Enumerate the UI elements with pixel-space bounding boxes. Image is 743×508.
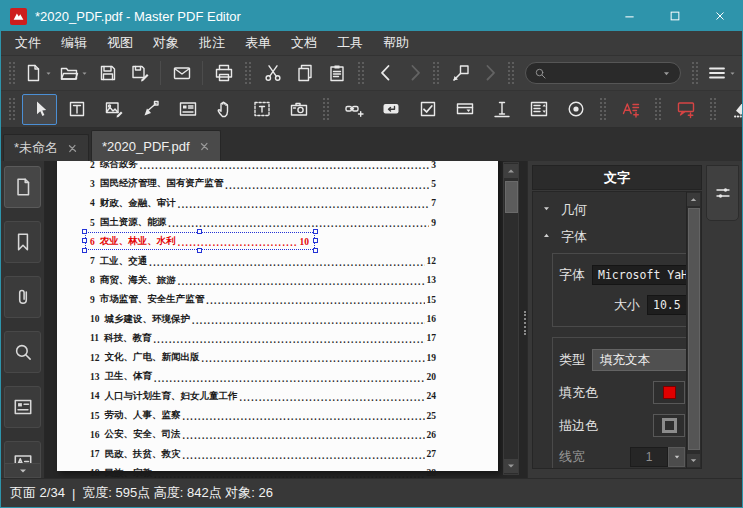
paste-button[interactable] xyxy=(321,59,352,87)
sidebar-scroll-down-button[interactable] xyxy=(4,463,41,478)
stroke-color-button[interactable] xyxy=(653,414,685,437)
sidebar-bookmarks-button[interactable] xyxy=(4,221,41,263)
link-tool-button[interactable] xyxy=(336,94,371,125)
scrollbar-thumb[interactable] xyxy=(688,208,700,450)
menu-edit[interactable]: 编辑 xyxy=(51,31,97,55)
toolbar-grip[interactable] xyxy=(9,62,15,84)
forward-button[interactable] xyxy=(477,59,502,87)
panel-splitter-handle[interactable] xyxy=(524,311,526,335)
enter-key-button[interactable] xyxy=(373,94,408,125)
toc-row[interactable]: 16公安、安全、司法26 xyxy=(90,425,436,444)
toc-row[interactable]: 6农业、林业、水利10 xyxy=(90,232,309,251)
dropdown-icon[interactable] xyxy=(44,69,53,78)
sidebar-attachments-button[interactable] xyxy=(4,276,41,318)
dropdown-icon[interactable] xyxy=(80,69,89,78)
toolbar-grip[interactable] xyxy=(323,98,329,120)
tab-untitled[interactable]: *未命名 xyxy=(3,134,89,161)
section-font[interactable]: 字体 xyxy=(539,223,701,250)
forward-button[interactable] xyxy=(402,59,427,87)
toc-row[interactable]: 17民政、扶贫、救灾27 xyxy=(90,444,436,463)
sidebar-page-thumbnails-button[interactable] xyxy=(4,166,41,208)
sidebar-form-fields-button[interactable] xyxy=(4,386,41,428)
new-document-button[interactable] xyxy=(21,59,56,87)
toc-row[interactable]: 14人口与计划生育、妇女儿童工作24 xyxy=(90,387,436,406)
toc-row[interactable]: 8商贸、海关、旅游13 xyxy=(90,271,436,290)
hand-tool-button[interactable] xyxy=(207,94,242,125)
select-tool-button[interactable] xyxy=(22,94,57,125)
scroll-up-icon[interactable] xyxy=(504,164,518,178)
tab-close-icon[interactable] xyxy=(199,141,210,152)
toc-row[interactable]: 7工业、交通12 xyxy=(90,251,436,270)
listbox-field-button[interactable] xyxy=(521,94,556,125)
toc-row[interactable]: 5国土资源、能源9 xyxy=(90,213,436,232)
tab-2020-pdf[interactable]: *2020_PDF.pdf xyxy=(91,130,220,161)
selection-box[interactable] xyxy=(85,232,315,250)
checkbox-field-button[interactable] xyxy=(410,94,445,125)
sticky-note-button[interactable] xyxy=(668,94,703,125)
eraser-button[interactable] xyxy=(723,94,743,125)
tab-close-icon[interactable] xyxy=(67,143,78,154)
combobox-field-button[interactable] xyxy=(447,94,482,125)
toc-row[interactable]: 3国民经济管理、国有资产监管5 xyxy=(90,174,436,193)
selection-handle[interactable] xyxy=(313,229,318,234)
fill-color-button[interactable] xyxy=(653,381,685,404)
type-dropdown[interactable]: 填充文本 xyxy=(592,349,695,371)
email-button[interactable] xyxy=(166,59,197,87)
save-button[interactable] xyxy=(92,59,123,87)
dropdown-icon[interactable] xyxy=(728,69,737,78)
print-button[interactable] xyxy=(208,59,239,87)
edit-path-button[interactable] xyxy=(133,94,168,125)
scroll-up-icon[interactable] xyxy=(687,193,700,206)
copy-button[interactable] xyxy=(289,59,320,87)
selection-handle[interactable] xyxy=(197,229,202,234)
menu-view[interactable]: 视图 xyxy=(97,31,143,55)
toolbar-grip[interactable] xyxy=(358,62,364,84)
minimize-button[interactable] xyxy=(607,1,652,31)
sidebar-search-button[interactable] xyxy=(4,331,41,373)
text-field-button[interactable] xyxy=(484,94,519,125)
search-input[interactable] xyxy=(552,65,656,81)
toolbar-grip[interactable] xyxy=(9,98,15,120)
toolbar-grip[interactable] xyxy=(600,98,606,120)
selection-handle[interactable] xyxy=(82,248,87,253)
toolbar-grip[interactable] xyxy=(245,62,251,84)
panel-scrollbar[interactable] xyxy=(686,192,701,468)
toc-row[interactable]: 12文化、广电、新闻出版19 xyxy=(90,348,436,367)
search-box[interactable] xyxy=(525,62,681,84)
edit-forms-button[interactable] xyxy=(170,94,205,125)
pdf-page[interactable]: 2综合政务33国民经济管理、国有资产监管54财政、金融、审计75国土资源、能源9… xyxy=(57,161,498,471)
toolbar-grip[interactable] xyxy=(508,62,514,84)
main-menu-button[interactable] xyxy=(704,59,739,87)
edit-image-button[interactable] xyxy=(96,94,131,125)
select-text-area-button[interactable] xyxy=(244,94,279,125)
toolbar-grip[interactable] xyxy=(433,62,439,84)
back-button[interactable] xyxy=(370,59,401,87)
toc-row[interactable]: 11科技、教育17 xyxy=(90,329,436,348)
scrollbar-thumb[interactable] xyxy=(505,181,518,213)
font-name-input[interactable]: Microsoft YaHei xyxy=(592,265,695,285)
menu-file[interactable]: 文件 xyxy=(5,31,51,55)
cut-button[interactable] xyxy=(257,59,288,87)
toc-row[interactable]: 18民族、宗教28 xyxy=(90,464,436,478)
radio-field-button[interactable] xyxy=(558,94,593,125)
menu-object[interactable]: 对象 xyxy=(143,31,189,55)
toc-row[interactable]: 9市场监管、安全生产监管15 xyxy=(90,290,436,309)
close-button[interactable] xyxy=(697,1,742,31)
toolbar-grip[interactable] xyxy=(655,98,661,120)
toc-row[interactable]: 15劳动、人事、监察25 xyxy=(90,406,436,425)
toolbar-grip[interactable] xyxy=(710,98,716,120)
menu-document[interactable]: 文档 xyxy=(281,31,327,55)
snapshot-button[interactable] xyxy=(281,94,316,125)
toc-row[interactable]: 2综合政务3 xyxy=(90,161,436,174)
toc-row[interactable]: 13卫生、体育20 xyxy=(90,367,436,386)
save-as-button[interactable] xyxy=(124,59,155,87)
fit-visible-button[interactable] xyxy=(445,59,476,87)
toc-row[interactable]: 4财政、金融、审计7 xyxy=(90,194,436,213)
dropdown-icon[interactable] xyxy=(661,68,672,79)
toolbar-grip[interactable] xyxy=(692,62,698,84)
open-file-button[interactable] xyxy=(57,59,92,87)
toc-row[interactable]: 10城乡建设、环境保护16 xyxy=(90,309,436,328)
menu-annotation[interactable]: 批注 xyxy=(189,31,235,55)
spinner-down-icon[interactable] xyxy=(668,447,685,467)
menu-help[interactable]: 帮助 xyxy=(373,31,419,55)
